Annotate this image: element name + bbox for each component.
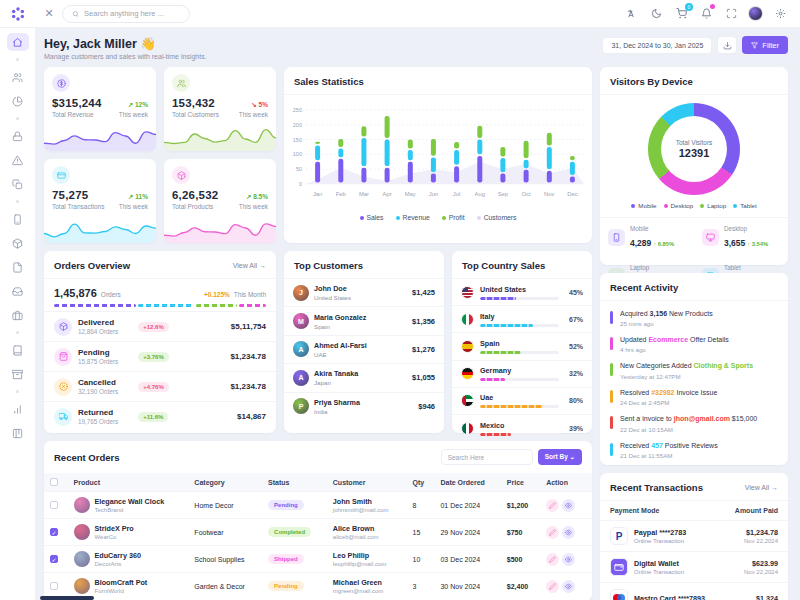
view-button[interactable] (562, 499, 575, 512)
customer-row[interactable]: AAhmed Al-FarsiUAE$1,276 (284, 335, 444, 363)
customer-country: Spain (314, 323, 366, 330)
order-row[interactable]: Elegance Wall ClockTechBrandHome DecorPe… (44, 492, 592, 519)
svg-text:100: 100 (293, 151, 302, 157)
transaction-row[interactable]: PPaypal ****2783Online Transaction$1,234… (600, 521, 788, 552)
sidebar-item-gift[interactable] (7, 306, 29, 324)
row-checkbox[interactable] (50, 501, 58, 509)
sidebar-item-inbox[interactable] (7, 282, 29, 300)
sidebar-item-alert[interactable] (7, 151, 29, 169)
sidebar-item-phone[interactable] (7, 210, 29, 228)
column-header-price[interactable]: Price (501, 473, 540, 492)
search-input[interactable] (84, 9, 180, 18)
customer-avatar: A (293, 370, 309, 386)
recent-transactions-title: Recent Transactions (610, 482, 703, 493)
order-status-label: Pending (78, 348, 118, 357)
customer-row[interactable]: PPriya SharmaIndia$946 (284, 392, 444, 420)
view-button[interactable] (562, 580, 575, 593)
fullscreen-icon[interactable] (723, 6, 739, 22)
customer-country: United States (314, 294, 351, 301)
edit-button[interactable] (546, 580, 559, 593)
order-row[interactable]: ✓StrideX ProWearCoFootwearCompletedAlice… (44, 519, 592, 546)
stat-sparkline (164, 217, 276, 243)
transaction-row[interactable]: Mastro Card ****7893$1,324 (600, 583, 788, 600)
legend-item-revenue[interactable]: Revenue (396, 214, 430, 221)
sort-by-button[interactable]: Sort By ⌄ (538, 449, 582, 465)
column-header-action[interactable]: Action (540, 473, 592, 492)
close-icon[interactable]: ✕ (40, 5, 58, 23)
svg-text:Nov: Nov (544, 191, 554, 197)
customer-amount: $946 (418, 402, 435, 411)
customer-row[interactable]: JJohn DoeUnited States$1,425 (284, 279, 444, 306)
translate-icon[interactable] (623, 6, 639, 22)
legend-item-customers[interactable]: Customers (477, 214, 517, 221)
customer-name: Maria Gonzalez (314, 313, 366, 322)
legend-item-profit[interactable]: Profit (442, 214, 465, 221)
column-header-customer[interactable]: Customer (327, 473, 407, 492)
order-row[interactable]: BloomCraft PotFurniWorldGarden & DecorPe… (44, 573, 592, 600)
orders-view-all-link[interactable]: View All → (233, 262, 266, 269)
stat-sparkline (44, 125, 156, 151)
dark-mode-icon[interactable] (648, 6, 664, 22)
select-all-checkbox[interactable] (50, 478, 58, 486)
phone-icon (612, 233, 621, 242)
customer-row[interactable]: AAkira TanakaJapan$1,055 (284, 363, 444, 391)
row-checkbox[interactable] (50, 582, 58, 590)
sidebar-item-pie[interactable] (7, 92, 29, 110)
global-search[interactable] (62, 5, 190, 23)
order-customer-email: mgreen@mail.com (333, 588, 401, 594)
sidebar-item-lock[interactable] (7, 127, 29, 145)
visitors-legend-laptop[interactable]: Laptop (700, 202, 726, 209)
row-checkbox[interactable]: ✓ (50, 528, 58, 536)
sidebar-item-archive[interactable] (7, 365, 29, 383)
visitors-legend-mobile[interactable]: Mobile (631, 202, 656, 209)
download-button[interactable] (717, 36, 737, 54)
svg-text:Jan: Jan (313, 191, 322, 197)
sidebar-item-box[interactable] (7, 234, 29, 252)
country-name: United States (480, 285, 559, 294)
cart-icon[interactable]: 0 (673, 6, 689, 22)
date-range-picker[interactable]: 31, Dec 2024 to 30, Jan 2025 (602, 37, 712, 54)
horizontal-scrollbar[interactable] (40, 596, 94, 600)
edit-button[interactable] (546, 499, 559, 512)
visitors-legend-desktop[interactable]: Desktop (664, 202, 694, 209)
sidebar-item-book[interactable] (7, 341, 29, 359)
stat-label: Total Revenue (52, 111, 94, 118)
transactions-view-all-link[interactable]: View All → (745, 484, 778, 491)
monitor-icon-badge (702, 229, 719, 246)
user-avatar[interactable] (748, 6, 763, 21)
edit-button[interactable] (546, 526, 559, 539)
order-qty: 3 (407, 573, 435, 600)
visitors-legend-tablet[interactable]: Tablet (733, 202, 757, 209)
edit-button[interactable] (546, 553, 559, 566)
de-flag-icon (461, 367, 474, 380)
orders-overview-title: Orders Overview (54, 260, 130, 271)
notifications-bell-icon[interactable] (698, 6, 714, 22)
sidebar-item-copy[interactable] (7, 175, 29, 193)
app-logo[interactable] (0, 0, 36, 28)
recent-activity-card: Recent Activity Acquired 3,156 New Produ… (600, 273, 788, 465)
column-header-product[interactable]: Product (68, 473, 189, 492)
sidebar-divider-dot (16, 58, 19, 61)
view-button[interactable] (562, 526, 575, 539)
column-header-date-ordered[interactable]: Date Ordered (434, 473, 500, 492)
legend-item-sales[interactable]: Sales (360, 214, 384, 221)
sidebar-item-chart[interactable] (7, 400, 29, 418)
sidebar-item-file[interactable] (7, 258, 29, 276)
visitors-donut-chart: Total Visitors 12391 (648, 103, 740, 195)
sidebar-item-kanban[interactable] (7, 424, 29, 442)
country-percent: 39% (565, 425, 583, 432)
customer-row[interactable]: MMaria GonzalezSpain$1,356 (284, 306, 444, 334)
column-header-status[interactable]: Status (262, 473, 327, 492)
sidebar-item-users[interactable] (7, 68, 29, 86)
orders-search-input[interactable] (441, 449, 533, 465)
transaction-row[interactable]: Digital WalletOnline Transaction$623.99N… (600, 552, 788, 583)
view-button[interactable] (562, 553, 575, 566)
customer-name: Ahmed Al-Farsi (314, 341, 367, 350)
order-row[interactable]: ✓EduCarry 360DecorArtsSchool SuppliesShi… (44, 546, 592, 573)
settings-gear-icon[interactable] (772, 6, 788, 22)
column-header-qty[interactable]: Qty (407, 473, 435, 492)
row-checkbox[interactable]: ✓ (50, 555, 58, 563)
sidebar-item-home[interactable] (7, 33, 29, 51)
filter-button[interactable]: Filter (742, 36, 788, 54)
column-header-category[interactable]: Category (188, 473, 262, 492)
